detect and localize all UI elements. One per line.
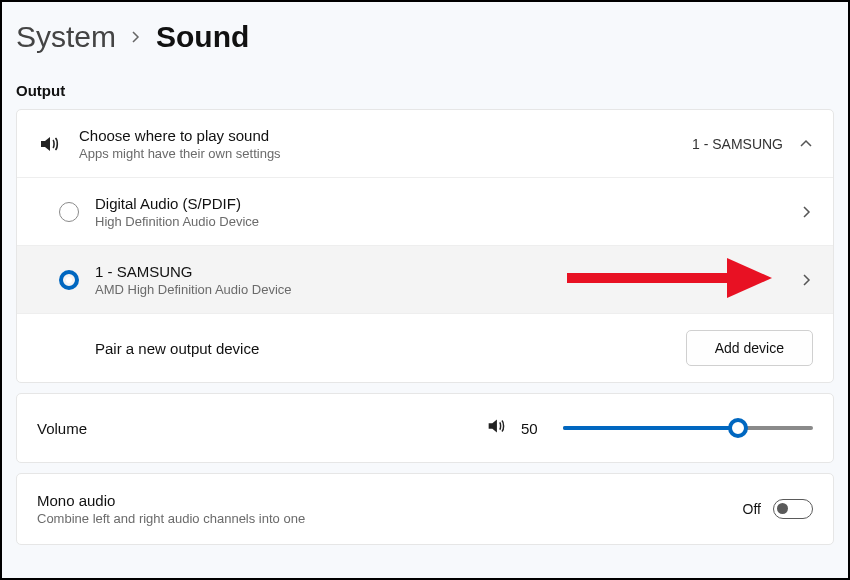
mono-audio-card: Mono audio Combine left and right audio … — [16, 473, 834, 545]
mono-audio-subtitle: Combine left and right audio channels in… — [37, 511, 743, 526]
slider-thumb[interactable] — [728, 418, 748, 438]
mono-toggle-state: Off — [743, 501, 761, 517]
choose-output-row[interactable]: Choose where to play sound Apps might ha… — [17, 110, 833, 178]
pair-device-label: Pair a new output device — [95, 340, 686, 357]
add-device-button[interactable]: Add device — [686, 330, 813, 366]
speaker-icon[interactable] — [485, 415, 507, 441]
mono-audio-title: Mono audio — [37, 492, 743, 509]
mono-audio-row[interactable]: Mono audio Combine left and right audio … — [17, 474, 833, 544]
choose-output-subtitle: Apps might have their own settings — [79, 146, 692, 161]
breadcrumb-parent[interactable]: System — [16, 20, 116, 54]
speaker-icon — [37, 132, 79, 156]
pair-device-row: Pair a new output device Add device — [17, 314, 833, 382]
output-device-row[interactable]: Digital Audio (S/PDIF) High Definition A… — [17, 178, 833, 246]
device-name: 1 - SAMSUNG — [95, 263, 799, 280]
chevron-right-icon[interactable] — [799, 205, 813, 219]
output-card: Choose where to play sound Apps might ha… — [16, 109, 834, 383]
volume-row: Volume 50 — [17, 394, 833, 462]
radio-unselected-icon[interactable] — [59, 202, 79, 222]
choose-output-title: Choose where to play sound — [79, 127, 692, 144]
mono-toggle[interactable] — [773, 499, 813, 519]
device-driver: High Definition Audio Device — [95, 214, 799, 229]
output-device-row[interactable]: 1 - SAMSUNG AMD High Definition Audio De… — [17, 246, 833, 314]
radio-selected-icon[interactable] — [59, 270, 79, 290]
volume-slider[interactable] — [563, 418, 813, 438]
device-driver: AMD High Definition Audio Device — [95, 282, 799, 297]
breadcrumb-current: Sound — [156, 20, 249, 54]
output-section-label: Output — [2, 68, 848, 109]
volume-card: Volume 50 — [16, 393, 834, 463]
chevron-up-icon — [799, 137, 813, 151]
device-name: Digital Audio (S/PDIF) — [95, 195, 799, 212]
volume-value: 50 — [521, 420, 549, 437]
chevron-right-icon — [130, 27, 142, 48]
chevron-right-icon[interactable] — [799, 273, 813, 287]
volume-label: Volume — [37, 420, 87, 437]
breadcrumb: System Sound — [2, 2, 848, 68]
choose-output-value: 1 - SAMSUNG — [692, 136, 783, 152]
slider-fill — [563, 426, 738, 430]
